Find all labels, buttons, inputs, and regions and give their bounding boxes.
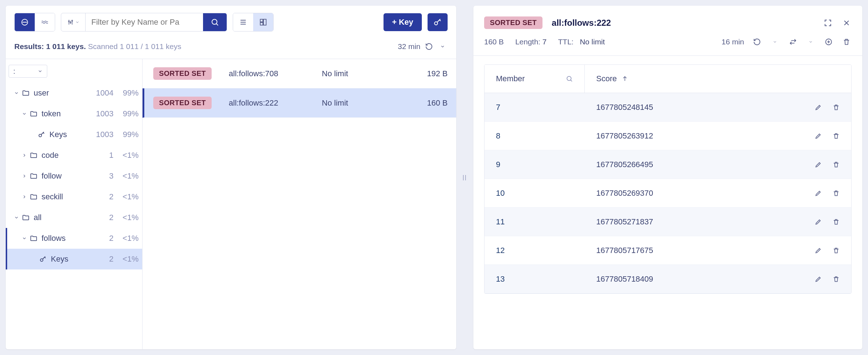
refresh-detail-options[interactable] [770, 37, 780, 47]
tree-folder-user[interactable]: user100499% [6, 83, 142, 103]
delete-row-button[interactable] [831, 102, 841, 112]
edit-row-button[interactable] [813, 102, 823, 112]
key-size: 160 B [427, 98, 448, 108]
delete-row-button[interactable] [831, 131, 841, 141]
results-summary: Results: 1 011 keys. Scanned 1 011 / 1 0… [6, 39, 456, 59]
pencil-icon [815, 132, 822, 140]
chevron-right-icon [22, 194, 27, 199]
tree-folder-token[interactable]: token100399% [6, 103, 142, 124]
svg-rect-6 [260, 23, 263, 25]
bulk-actions-button[interactable] [428, 13, 448, 31]
layout-segment [233, 13, 274, 31]
sorted-set-row: 71677805248145 [484, 93, 851, 122]
trash-icon [833, 276, 840, 283]
trash-icon [833, 190, 840, 197]
delete-row-button[interactable] [831, 245, 841, 256]
refresh-results-button[interactable] [424, 42, 434, 52]
key-detail-panel: SORTED SET all:follows:222 160 B Length:… [473, 6, 862, 349]
pencil-icon [815, 190, 822, 197]
pencil-icon [815, 276, 822, 283]
plus-circle-icon [825, 38, 833, 46]
tree-folder-follow[interactable]: follow3<1% [6, 166, 142, 186]
refresh-options-button[interactable] [438, 42, 448, 52]
sorted-set-row: 91677805266495 [484, 150, 851, 179]
key-icon [433, 18, 442, 27]
tree-folder-code[interactable]: code1<1% [6, 145, 142, 166]
close-detail-button[interactable] [842, 18, 852, 28]
chevron-right-icon [22, 153, 27, 158]
key-list-row[interactable]: SORTED SETall:follows:222No limit160 B [143, 88, 456, 118]
member-cell: 11 [484, 217, 585, 227]
member-cell: 8 [484, 131, 585, 141]
refresh-icon [753, 38, 761, 46]
delete-row-button[interactable] [831, 217, 841, 227]
edit-row-button[interactable] [813, 217, 823, 227]
sorted-set-row: 121677805717675 [484, 236, 851, 265]
pencil-icon [815, 104, 822, 111]
swap-button[interactable] [788, 37, 798, 47]
delete-key-button[interactable] [842, 37, 852, 47]
tree-pct: <1% [116, 151, 139, 160]
delimiter-select[interactable]: : [9, 65, 47, 78]
score-cell: 1677805718409 [585, 274, 813, 284]
svg-point-12 [567, 76, 571, 81]
compact-layout-button[interactable] [233, 13, 253, 31]
fullscreen-button[interactable] [823, 18, 833, 28]
keys-browser-panel: + Key Results: 1 011 keys. Scanned 1 011… [6, 6, 456, 349]
chevron-right-icon [22, 174, 27, 179]
score-cell: 1677805263912 [585, 131, 813, 141]
tree-count: 1 [88, 151, 114, 160]
tree-label: follows [42, 234, 88, 243]
member-column-header[interactable]: Member [484, 65, 585, 93]
member-cell: 12 [484, 246, 585, 255]
tree-view-mode-button[interactable] [35, 13, 55, 31]
edit-row-button[interactable] [813, 245, 823, 256]
key-list-row[interactable]: SORTED SETall:follows:708No limit192 B [143, 59, 456, 88]
svg-point-1 [68, 21, 69, 22]
add-member-button[interactable] [824, 37, 834, 47]
tree-label: code [42, 151, 88, 160]
key-filter [61, 13, 227, 31]
detail-age: 16 min [722, 38, 744, 46]
tree-keys-node[interactable]: Keys100399% [6, 124, 142, 145]
tree-pct: <1% [116, 234, 139, 243]
list-view-mode-button[interactable] [15, 13, 35, 31]
tree-keys-node[interactable]: Keys2<1% [6, 249, 142, 269]
tree-pct: <1% [116, 213, 139, 222]
delete-row-button[interactable] [831, 188, 841, 198]
edit-row-button[interactable] [813, 131, 823, 141]
pencil-icon [815, 218, 822, 225]
refresh-icon [425, 43, 433, 50]
tree-pct: <1% [116, 192, 139, 201]
panel-splitter[interactable]: || [462, 6, 468, 349]
svg-point-4 [212, 19, 217, 24]
chevron-down-icon [809, 40, 813, 44]
sorted-set-row: 131677805718409 [484, 265, 851, 293]
score-cell: 1677805266495 [585, 160, 813, 169]
folder-icon [22, 214, 30, 222]
refresh-detail-button[interactable] [752, 37, 762, 47]
split-layout-button[interactable] [253, 13, 273, 31]
key-name: all:follows:222 [229, 98, 322, 108]
delete-row-button[interactable] [831, 160, 841, 170]
score-cell: 1677805269370 [585, 189, 813, 198]
edit-row-button[interactable] [813, 274, 823, 284]
edit-row-button[interactable] [813, 188, 823, 198]
tree-folder-all[interactable]: all2<1% [6, 207, 142, 228]
score-column-header[interactable]: Score [585, 65, 851, 93]
svg-point-9 [39, 134, 42, 137]
filter-search-button[interactable] [203, 13, 227, 31]
add-key-button[interactable]: + Key [384, 13, 422, 31]
trash-icon [833, 104, 840, 111]
filter-type-dropdown[interactable] [61, 13, 86, 31]
member-cell: 9 [484, 160, 585, 169]
filter-input[interactable] [86, 13, 203, 31]
tree-folder-seckill[interactable]: seckill2<1% [6, 186, 142, 207]
tree-folder-follows[interactable]: follows2<1% [6, 228, 142, 249]
key-size: 192 B [427, 69, 448, 78]
swap-options[interactable] [806, 37, 816, 47]
tree-pct: <1% [116, 171, 139, 181]
edit-row-button[interactable] [813, 160, 823, 170]
delete-row-button[interactable] [831, 274, 841, 284]
folder-icon [30, 234, 38, 242]
